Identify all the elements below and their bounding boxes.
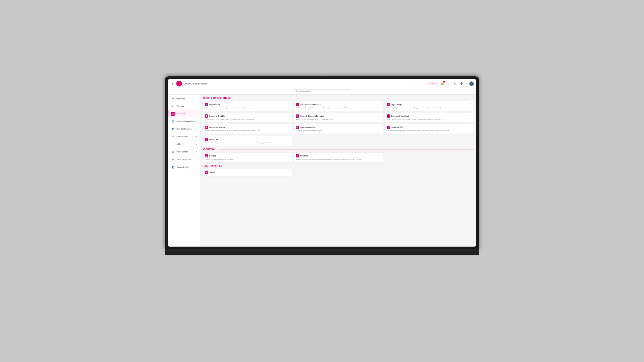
top-bar-left: ☰ T Unified Communications: [170, 81, 208, 86]
card-status-header: ◉ Status: [205, 171, 290, 174]
sidebar-label-group-configurations: Group Configurations: [176, 120, 194, 122]
sidebar-item-panel-settings[interactable]: ⊡ Panel Settings ▼: [168, 148, 200, 156]
search-input-wrap[interactable]: 🔍: [294, 89, 350, 93]
main-layout: ⊞ Dashboard ★ Favorites ⊞ All services: [168, 94, 476, 247]
sidebar-item-additional[interactable]: ≡ Additional ▼: [168, 140, 200, 148]
extension-dialing-desc: Configure extension dialing for the grou…: [296, 130, 380, 132]
star-enterprise-dir[interactable]: ☆: [288, 125, 290, 127]
panel-settings-chevron: ▼: [196, 151, 198, 153]
sidebar-label-additional: Additional: [176, 143, 184, 145]
card-numbers-header: # Numbers: [296, 154, 380, 157]
sidebar-label-visual-routing-tree: Visual routing tree: [176, 158, 191, 160]
card-status[interactable]: ☆ ◉ Status: [202, 169, 292, 177]
sidebar: ⊞ Dashboard ★ Favorites ⊞ All services: [168, 94, 200, 247]
group-config-icon: 🌐: [171, 119, 175, 123]
common-phone-desc: Store frequently called numbers for the …: [386, 118, 472, 121]
star-white-list[interactable]: ☆: [288, 138, 290, 140]
power-icon[interactable]: ⏻: [459, 81, 464, 86]
call-processing-title: Call Processing Policies: [300, 104, 321, 106]
group-config-cards-grid: ☆ 👥 Departments Add a new department or …: [202, 101, 474, 134]
star-common-phone[interactable]: ☆: [470, 114, 472, 116]
help-icon[interactable]: ?: [446, 81, 451, 86]
card-extension-dialing-header: 🔗 Extension Dialing: [296, 126, 380, 129]
card-group-profile-header: 👤 Group Profile: [386, 126, 472, 129]
search-icon: 🔍: [296, 90, 298, 92]
user-config-chevron: ▼: [196, 128, 198, 130]
star-call-processing[interactable]: ☆: [379, 103, 381, 105]
laptop-screen: ☰ T Unified Communications ↻ 01:44 s 🔔 1: [168, 79, 476, 247]
sidebar-label-favorites: Favorites: [176, 105, 184, 107]
star-extension-dialing[interactable]: ☆: [379, 125, 381, 127]
card-numbers[interactable]: ☆ # Numbers Displays the phone numbers o…: [294, 152, 383, 162]
sidebar-label-user-configurations: User Configurations: [176, 128, 192, 130]
card-network-classes[interactable]: ☆ 🌐 Network Classes of Service Displays …: [294, 113, 383, 122]
sidebar-item-favorites[interactable]: ★ Favorites: [168, 102, 200, 110]
card-common-phone-list[interactable]: ☆ 📱 Common Phone List Store frequently c…: [384, 113, 474, 122]
sidebar-item-functionalities[interactable]: ⚙ Functionalities ▼: [168, 133, 200, 140]
white-list-desc: IP whitelist is a way to increase securi…: [205, 142, 290, 144]
panel-settings-icon: ⊡: [171, 150, 175, 154]
star-status[interactable]: ☆: [288, 170, 290, 172]
sidebar-label-dashboard: Dashboard: [176, 97, 185, 99]
card-white-list-header: ✓ White List: [205, 138, 290, 141]
numbers-title: Numbers: [300, 155, 308, 157]
avatar[interactable]: 👤: [469, 81, 474, 86]
outgoing-digit-desc: Customize the Outgoing Digit Calling Pla…: [205, 118, 290, 121]
star-network-classes[interactable]: ☆: [379, 114, 381, 116]
numbers-icon: #: [296, 154, 299, 157]
star-devices[interactable]: ☆: [288, 154, 290, 156]
sidebar-item-group-configurations[interactable]: 🌐 Group Configurations ▼: [168, 117, 200, 125]
additional-chevron: ▼: [196, 143, 198, 145]
card-extension-dialing[interactable]: ☆ 🔗 Extension Dialing Configure extensio…: [294, 124, 383, 134]
search-input[interactable]: [299, 90, 348, 92]
digit-strings-icon: #: [386, 103, 390, 106]
app-logo: T: [176, 81, 182, 86]
call-processing-desc: Configure the Group Calling Line ID and …: [296, 107, 380, 109]
sidebar-item-user-configurations[interactable]: 👤 User Configurations ▼: [168, 125, 200, 133]
departments-title: Departments: [209, 104, 220, 106]
app-container: ☰ T Unified Communications ↻ 01:44 s 🔔 1: [168, 79, 476, 247]
card-enterprise-dir-header: 📁 Enterprise Directory: [205, 126, 290, 129]
network-classes-title: Network Classes of Service: [300, 115, 324, 117]
digit-strings-desc: Create new digit strings and manage exis…: [386, 107, 472, 109]
timer-icon: ↻: [429, 83, 430, 85]
all-services-icon: ⊞: [171, 112, 175, 116]
star-numbers[interactable]: ☆: [379, 154, 381, 156]
star-departments[interactable]: ☆: [288, 103, 290, 105]
devices-icon: 💻: [205, 154, 208, 157]
card-call-processing-policies[interactable]: ☆ 📞 Call Processing Policies Configure t…: [294, 101, 383, 111]
card-white-list[interactable]: ☆ ✓ White List IP whitelist is a way to …: [202, 136, 292, 146]
sidebar-label-panel-settings: Panel Settings: [176, 151, 188, 153]
network-classes-desc: Displays the list of assigned Network Cl…: [296, 118, 380, 121]
menu-icon[interactable]: ☰: [170, 81, 175, 86]
white-list-icon: ✓: [205, 138, 208, 141]
card-digit-strings[interactable]: ☆ # Digit Strings Create new digit strin…: [384, 101, 474, 111]
sidebar-label-custom-profiles: Custom Profiles: [176, 166, 190, 168]
card-outgoing-digit-plan[interactable]: ☆ 📋 Outgoing Digit Plan Customize the Ou…: [202, 113, 292, 122]
enterprise-dir-icon: 📁: [205, 126, 208, 129]
sidebar-item-custom-profiles[interactable]: 👤 Custom Profiles: [168, 163, 200, 171]
network-classes-icon: 🌐: [296, 114, 299, 118]
devices-desc: Lists the configurable devices for the g…: [205, 158, 290, 160]
sidebar-item-dashboard[interactable]: ⊞ Dashboard: [168, 94, 200, 102]
sidebar-item-all-services[interactable]: ⊞ All services: [168, 110, 200, 117]
card-devices[interactable]: ☆ 💻 Devices Lists the configurable devic…: [202, 152, 292, 162]
sidebar-item-visual-routing-tree[interactable]: ⊞ Visual routing tree: [168, 156, 200, 163]
notifications-icon[interactable]: 🔔 1: [440, 81, 444, 86]
digit-strings-title: Digit Strings: [391, 104, 402, 106]
settings-icon[interactable]: ⚙: [453, 81, 457, 86]
card-group-profile[interactable]: ☆ 👤 Group Profile View or modify your gr…: [384, 124, 474, 134]
star-outgoing-digit[interactable]: ☆: [288, 114, 290, 116]
card-departments[interactable]: ☆ 👥 Departments Add a new department or …: [202, 101, 292, 111]
card-common-phone-header: 📱 Common Phone List: [386, 114, 472, 118]
card-enterprise-directory[interactable]: ☆ 📁 Enterprise Directory Displays the en…: [202, 124, 292, 134]
enterprise-dir-desc: Displays the enterprise directory listin…: [205, 130, 290, 132]
call-processing-icon: 📞: [296, 103, 299, 106]
group-profile-icon: 👤: [386, 126, 390, 129]
group-config-section-title: GROUP CONFIGURATIONS: [202, 97, 232, 99]
star-group-profile[interactable]: ☆: [470, 125, 472, 127]
card-departments-header: 👥 Departments: [205, 103, 290, 106]
card-digit-strings-header: # Digit Strings: [386, 103, 472, 106]
content-area: GROUP CONFIGURATIONS ☆ 👥 Departments: [200, 94, 476, 247]
star-digit-strings[interactable]: ☆: [470, 103, 472, 105]
